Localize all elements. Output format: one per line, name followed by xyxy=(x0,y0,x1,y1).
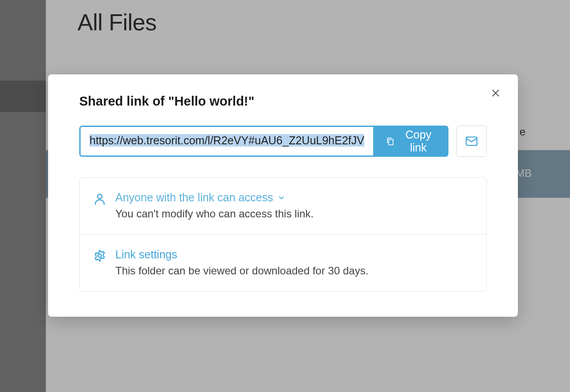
gear-icon xyxy=(93,249,106,262)
mail-icon xyxy=(464,134,479,148)
copy-icon xyxy=(386,135,395,147)
access-dropdown[interactable]: Anyone with the link can access xyxy=(115,191,285,204)
modal-title: Shared link of "Hello world!" xyxy=(79,94,487,109)
email-button[interactable] xyxy=(456,126,487,157)
shared-link-modal: Shared link of "Hello world!" https://we… xyxy=(48,74,518,317)
svg-rect-2 xyxy=(389,139,393,145)
link-settings-description: This folder can be viewed or downloaded … xyxy=(115,265,473,277)
link-settings-label: Link settings xyxy=(115,248,177,261)
access-heading-label: Anyone with the link can access xyxy=(115,191,273,204)
close-button[interactable] xyxy=(489,86,503,100)
link-settings-card: Anyone with the link can access You can'… xyxy=(79,177,487,292)
access-section: Anyone with the link can access You can'… xyxy=(80,178,486,234)
copy-link-label: Copy link xyxy=(401,128,436,154)
close-icon xyxy=(491,88,501,98)
chevron-down-icon xyxy=(277,194,285,202)
link-input-group: https://web.tresorit.com/l/R2eVY#uAU6_Z2… xyxy=(79,126,448,157)
person-icon xyxy=(93,192,106,205)
link-row: https://web.tresorit.com/l/R2eVY#uAU6_Z2… xyxy=(79,126,487,157)
svg-point-5 xyxy=(98,254,102,257)
copy-link-button[interactable]: Copy link xyxy=(373,126,448,157)
access-description: You can't modify who can access this lin… xyxy=(115,208,473,220)
share-link-text: https://web.tresorit.com/l/R2eVY#uAU6_Z2… xyxy=(90,134,364,147)
link-settings-button[interactable]: Link settings xyxy=(115,248,177,261)
link-settings-section: Link settings This folder can be viewed … xyxy=(80,234,486,291)
share-link-input[interactable]: https://web.tresorit.com/l/R2eVY#uAU6_Z2… xyxy=(79,126,373,157)
svg-point-4 xyxy=(98,194,102,199)
